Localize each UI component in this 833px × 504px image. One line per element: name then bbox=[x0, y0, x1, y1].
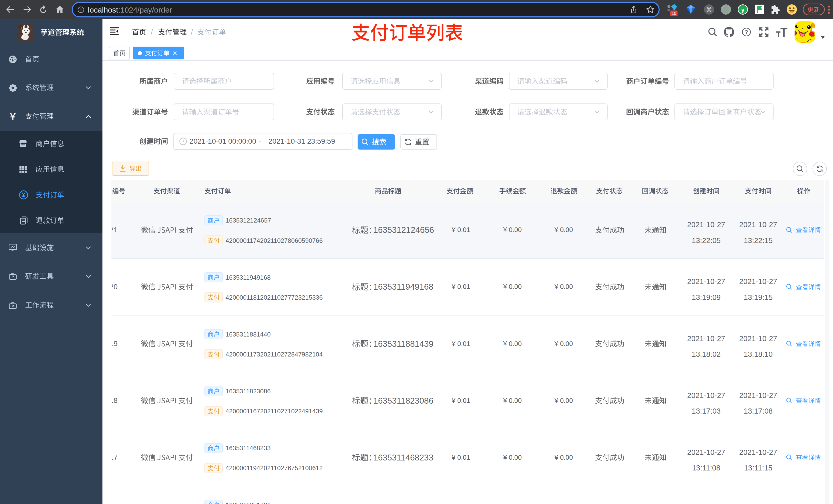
svg-text:10: 10 bbox=[672, 11, 676, 16]
svg-text:⌘: ⌘ bbox=[706, 6, 712, 13]
svg-text:?: ? bbox=[745, 29, 748, 35]
svg-text:y: y bbox=[741, 6, 745, 13]
